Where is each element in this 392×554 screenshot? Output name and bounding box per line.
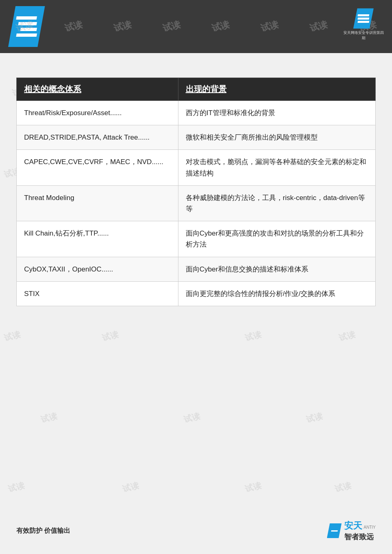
- footer: 有效防护 价值输出 安天 ANTIY 智者致远: [0, 520, 392, 542]
- cell-left-1: DREAD,STRIDE,PASTA, Attack Tree......: [17, 125, 178, 150]
- col1-header: 相关的概念体系: [17, 78, 178, 101]
- body-watermark-21: 试读: [121, 480, 140, 494]
- top-right-logo-icon: [353, 8, 374, 29]
- cell-left-5: CybOX,TAXII，OpenIOC......: [17, 257, 178, 281]
- footer-brand: 安天 ANTIY 智者致远: [327, 520, 376, 542]
- footer-brand-name: 安天: [344, 520, 362, 532]
- cell-left-2: CAPEC,CWE,CVE,CVRF，MAEC，NVD......: [17, 150, 178, 185]
- cell-right-0: 西方的IT管理和标准化的背景: [178, 101, 375, 125]
- main-table: 相关的概念体系 出现的背景 Threat/Risk/Exposure/Asset…: [16, 78, 376, 306]
- main-content: 相关的概念体系 出现的背景 Threat/Risk/Exposure/Asset…: [0, 53, 392, 314]
- footer-antiy-label: ANTIY: [364, 525, 376, 530]
- watermark-6: 试读: [259, 18, 280, 35]
- cell-right-3: 各种威胁建模的方法论，工具，risk-centric，data-driven等等: [178, 185, 375, 221]
- cell-right-2: 对攻击模式，脆弱点，漏洞等各种基础的安全元素的标定和描述结构: [178, 150, 375, 185]
- top-right-brand-label: 安天网络安全专训营第四期: [343, 30, 384, 40]
- body-watermark-20: 试读: [7, 480, 26, 494]
- body-watermark-22: 试读: [244, 480, 263, 494]
- table-row: Threat Modeling各种威胁建模的方法论，工具，risk-centri…: [17, 185, 376, 221]
- cell-right-5: 面向Cyber和信息交换的描述和标准体系: [178, 257, 375, 281]
- watermark-7: 试读: [308, 18, 329, 35]
- cell-right-1: 微软和相关安全厂商所推出的风险管理模型: [178, 125, 375, 150]
- watermark-4: 试读: [161, 18, 182, 35]
- table-row: CAPEC,CWE,CVE,CVRF，MAEC，NVD......对攻击模式，脆…: [17, 150, 376, 185]
- col2-header: 出现的背景: [178, 78, 375, 101]
- footer-logo-icon: [327, 523, 342, 538]
- header: ANTIY 试读 试读 试读 试读 试读 试读 试读 试读 安天网络安全专训营第…: [0, 0, 392, 53]
- logo-text: ANTIY: [19, 38, 34, 44]
- body-watermark-13: 试读: [3, 329, 22, 343]
- table-row: DREAD,STRIDE,PASTA, Attack Tree......微软和…: [17, 125, 376, 150]
- table-row: CybOX,TAXII，OpenIOC......面向Cyber和信息交换的描述…: [17, 257, 376, 281]
- body-watermark-16: 试读: [338, 329, 356, 343]
- header-watermarks: 试读 试读 试读 试读 试读 试读 试读 试读: [0, 0, 392, 53]
- cell-right-6: 面向更完整的综合性的情报分析/作业/交换的体系: [178, 281, 375, 306]
- cell-left-0: Threat/Risk/Exposure/Asset......: [17, 101, 178, 125]
- table-row: STIX面向更完整的综合性的情报分析/作业/交换的体系: [17, 281, 376, 306]
- body-watermark-18: 试读: [183, 410, 201, 425]
- body-watermark-14: 试读: [101, 329, 120, 343]
- table-row: Threat/Risk/Exposure/Asset......西方的IT管理和…: [17, 101, 376, 125]
- body-watermark-15: 试读: [244, 329, 263, 343]
- footer-brand-sub: 智者致远: [344, 532, 376, 542]
- cell-left-4: Kill Chain,钻石分析,TTP......: [17, 221, 178, 257]
- cell-left-3: Threat Modeling: [17, 185, 178, 221]
- table-row: Kill Chain,钻石分析,TTP......面向Cyber和更高强度的攻击…: [17, 221, 376, 257]
- body-watermark-23: 试读: [334, 480, 352, 494]
- body-watermark-19: 试读: [305, 410, 324, 425]
- watermark-3: 试读: [112, 18, 133, 35]
- watermark-5: 试读: [210, 18, 231, 35]
- footer-tagline: 有效防护 价值输出: [16, 527, 70, 535]
- cell-left-6: STIX: [17, 281, 178, 306]
- watermark-2: 试读: [63, 18, 84, 35]
- body-watermark-17: 试读: [40, 410, 58, 425]
- top-right-logo: 安天网络安全专训营第四期: [343, 6, 384, 43]
- cell-right-4: 面向Cyber和更高强度的攻击和对抗的场景的分析工具和分析方法: [178, 221, 375, 257]
- logo: ANTIY: [8, 6, 45, 47]
